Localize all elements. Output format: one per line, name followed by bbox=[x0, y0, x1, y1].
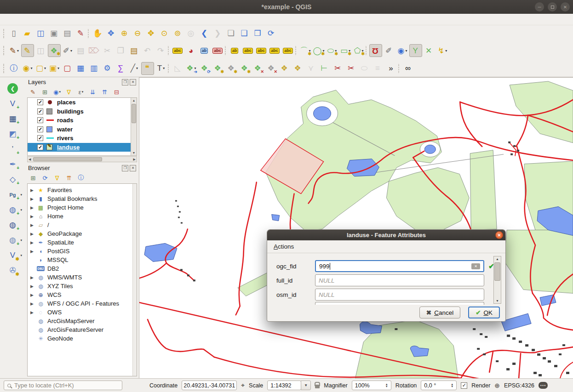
offset-curve-button[interactable]: ⊢ bbox=[318, 62, 331, 75]
add-postgis-layer-button[interactable]: Pg+▾ bbox=[7, 189, 18, 200]
ellipse-tool-button[interactable]: ⬭✱▾ bbox=[326, 44, 338, 57]
menu-project[interactable] bbox=[5, 18, 13, 21]
browser-item-arcgis-feature[interactable]: ◍ ArcGisFeatureServer bbox=[28, 325, 137, 334]
layer-checkbox[interactable] bbox=[37, 144, 43, 150]
filter-browser-button[interactable]: ∇ bbox=[53, 174, 61, 182]
minimize-button[interactable]: ─ bbox=[535, 2, 544, 11]
layer-row-water[interactable]: water bbox=[28, 125, 137, 134]
menu-settings[interactable] bbox=[38, 18, 46, 21]
browser-item-spatialite[interactable]: ▶ ✒ SpatiaLite bbox=[28, 238, 137, 247]
browser-item-home[interactable]: ▶ ⌂ Home bbox=[28, 212, 137, 221]
split-features-button[interactable]: ✂ bbox=[332, 62, 344, 75]
scrollbar-thumb[interactable] bbox=[132, 104, 136, 123]
add-polygon-feature-button[interactable]: ❖✱ bbox=[48, 44, 61, 57]
labeling-rule-button[interactable]: abc bbox=[212, 44, 224, 57]
add-wfs-layer-button[interactable]: ◍+▾ bbox=[7, 234, 18, 246]
zoom-in-button[interactable]: ⊕ bbox=[118, 27, 131, 40]
ogc-fid-input[interactable]: 999 ✕ bbox=[315, 260, 484, 272]
spin-arrows-icon[interactable]: ▲▼ bbox=[449, 383, 453, 388]
close-panel-button[interactable]: ✕ bbox=[130, 79, 136, 85]
layers-horizontal-scrollbar[interactable]: ◀▶ bbox=[27, 156, 137, 162]
toolbar-separator[interactable] bbox=[168, 46, 171, 55]
rotate-feature-button[interactable]: ❖✱ bbox=[212, 62, 224, 75]
pan-to-selection-button[interactable]: ✥ bbox=[105, 27, 118, 40]
scale-input[interactable]: 1:14392 bbox=[267, 381, 301, 390]
zoom-last-button[interactable]: ❮ bbox=[198, 27, 211, 40]
add-part-button[interactable]: ❖✕ bbox=[252, 62, 264, 75]
identify-features-button[interactable]: ⓘ bbox=[8, 62, 21, 75]
cut-features-button[interactable]: ✂ bbox=[101, 44, 114, 57]
menu-view[interactable] bbox=[21, 18, 29, 21]
magnifier-spinbox[interactable]: 100%▲▼ bbox=[352, 381, 391, 390]
zoom-to-selection-button[interactable]: ⊙ bbox=[158, 27, 171, 40]
layer-labeling-button[interactable]: abc bbox=[172, 44, 184, 57]
mouse-position-icon[interactable]: ⌖ bbox=[241, 381, 245, 389]
browser-item-wcs[interactable]: ▶ ⊕ WCS bbox=[28, 290, 137, 299]
snap-intersection-button[interactable]: ↯▾ bbox=[436, 44, 449, 57]
float-panel-button[interactable]: ❐ bbox=[122, 165, 128, 171]
actions-menu[interactable]: Actions bbox=[274, 243, 294, 250]
browser-item-favorites[interactable]: ▶ ★ Favorites bbox=[28, 186, 137, 194]
browser-item-db2[interactable]: DB2 DB2 bbox=[28, 264, 137, 273]
zoom-full-button[interactable]: ✥ bbox=[145, 27, 158, 40]
layer-checkbox[interactable] bbox=[37, 108, 43, 114]
delete-ring-button[interactable]: ❖ bbox=[278, 62, 291, 75]
coordinate-input[interactable]: 20.49231,-34.00731 bbox=[182, 381, 237, 390]
layer-row-roads[interactable]: roads bbox=[28, 116, 137, 125]
manage-map-themes-button[interactable]: ◉▾ bbox=[53, 88, 61, 96]
select-by-expression-button[interactable]: ▣▾ bbox=[48, 62, 61, 75]
expand-arrow-icon[interactable]: ▶ bbox=[30, 293, 34, 297]
close-panel-button[interactable]: ✕ bbox=[130, 165, 136, 171]
enable-tracing-button[interactable]: Y bbox=[409, 44, 422, 57]
select-features-button[interactable]: ▢▾ bbox=[34, 62, 47, 75]
current-edits-button[interactable]: ✎▾ bbox=[8, 44, 21, 57]
expand-arrow-icon[interactable]: ▶ bbox=[30, 205, 34, 210]
data-source-manager-button[interactable]: ❮ bbox=[7, 83, 18, 94]
text-annotation-button[interactable]: T▾ bbox=[155, 62, 167, 75]
toolbar-separator[interactable] bbox=[168, 64, 171, 73]
scale-combo[interactable]: 1:14392 ▼ bbox=[267, 381, 311, 390]
layer-checkbox[interactable] bbox=[37, 99, 43, 105]
menu-processing[interactable] bbox=[96, 18, 104, 21]
add-mesh-layer-button[interactable]: ◩+ bbox=[7, 128, 18, 140]
scrollbar-thumb[interactable] bbox=[33, 157, 102, 161]
labeling-single-button[interactable]: ab bbox=[198, 44, 211, 57]
layer-diagram-button[interactable]: ◕ bbox=[185, 44, 198, 57]
show-layout-manager-button[interactable]: ▤ bbox=[61, 27, 74, 40]
cancel-button[interactable]: ✖Cancel bbox=[419, 307, 460, 318]
menu-web[interactable] bbox=[79, 18, 87, 21]
clear-value-icon[interactable]: ✕ bbox=[471, 263, 480, 269]
osm-id-input[interactable]: NULL bbox=[315, 289, 484, 301]
align-features-button[interactable]: ≡ bbox=[372, 62, 384, 75]
filter-legend-button[interactable]: ∇ bbox=[65, 88, 73, 96]
toolbar-separator[interactable] bbox=[366, 46, 369, 55]
add-group-button[interactable]: ⊞ bbox=[41, 88, 49, 96]
menu-help[interactable] bbox=[104, 18, 112, 21]
layer-checkbox[interactable] bbox=[37, 126, 43, 132]
add-delimited-text-layer-button[interactable]: ’+ bbox=[7, 143, 18, 155]
circle-tool-button[interactable]: ◯✱▾ bbox=[312, 44, 325, 57]
full-id-input[interactable]: NULL bbox=[315, 274, 484, 286]
pan-map-button[interactable]: ✋ bbox=[92, 27, 104, 40]
layer-row-landuse[interactable]: ✎ landuse bbox=[28, 143, 137, 152]
dialog-title-bar[interactable]: landuse - Feature Attributes ✕ bbox=[267, 230, 505, 240]
toolbar-handle[interactable] bbox=[3, 29, 6, 38]
crs-globe-icon[interactable]: ⊕ bbox=[494, 382, 500, 389]
highlight-labels-button[interactable]: abc bbox=[242, 44, 255, 57]
toolbar-separator[interactable] bbox=[398, 64, 401, 73]
expand-arrow-icon[interactable]: ▶ bbox=[30, 310, 34, 315]
split-parts-button[interactable]: ✂ bbox=[345, 62, 358, 75]
add-selected-layers-button[interactable]: ⊞ bbox=[29, 174, 37, 182]
layer-row-places[interactable]: places bbox=[28, 98, 137, 107]
browser-properties-button[interactable]: ⓘ bbox=[77, 174, 85, 182]
title-bar[interactable]: *example - QGIS ─ ✕ bbox=[0, 0, 573, 14]
toolbar-handle[interactable] bbox=[3, 64, 6, 73]
expand-all-button[interactable]: ⇊ bbox=[89, 88, 97, 96]
menu-edit[interactable] bbox=[13, 18, 21, 21]
layer-row-rivers[interactable]: rivers bbox=[28, 134, 137, 143]
statistics-panel-button[interactable]: ∑ bbox=[115, 62, 127, 75]
open-layer-styling-button[interactable]: ✎ bbox=[29, 88, 37, 96]
copy-move-feature-button[interactable]: ❖⟳ bbox=[198, 62, 211, 75]
pin-labels-button[interactable]: ab bbox=[229, 44, 241, 57]
browser-item-project-home[interactable]: ▶ ▩ Project Home bbox=[28, 203, 137, 212]
